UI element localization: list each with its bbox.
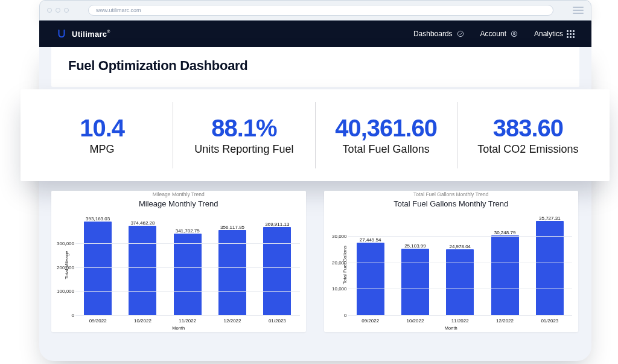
fuel-xcaption: Month (324, 325, 579, 331)
x-tick-label: 12/2022 (482, 318, 527, 324)
kpi-co2: 383.60 Total CO2 Emissions (457, 102, 599, 168)
check-circle-icon (456, 30, 465, 38)
kpi-units-reporting-value: 88.1% (211, 115, 276, 141)
mileage-bars: 393,163.03374,462.28341,702.75356,117.85… (75, 215, 300, 315)
bar-value-label: 25,103.99 (404, 243, 426, 249)
grid-line (75, 291, 300, 292)
grid-line (75, 267, 300, 268)
x-tick-label: 10/2022 (393, 318, 438, 324)
bar-column: 30,248.79 (482, 215, 527, 315)
brand-logo-icon (56, 28, 67, 39)
bar (84, 222, 112, 315)
charts-row: Mileage Monthly Trend Mileage Monthly Tr… (51, 191, 578, 332)
svg-point-2 (514, 32, 515, 34)
grid-line (348, 263, 573, 263)
x-tick-label: 11/2022 (438, 318, 482, 324)
browser-chrome: www.utilimarc.com (39, 0, 591, 21)
page-title: Fuel Optimization Dashboard (68, 58, 562, 74)
kpi-units-reporting-label: Units Reporting Fuel (194, 143, 293, 156)
bar-column: 24,978.04 (438, 215, 482, 315)
bar (401, 249, 429, 315)
address-bar[interactable]: www.utilimarc.com (88, 5, 553, 16)
fuel-xlabels: 09/202210/202211/202212/202201/2023 (348, 318, 573, 324)
fuel-chart-title-clip: Total Fuel Gallons Monthly Trend (324, 191, 579, 197)
y-tick-label: 0 (327, 313, 347, 318)
grid-line (348, 289, 573, 289)
x-tick-label: 11/2022 (165, 318, 210, 324)
kpi-total-gallons-label: Total Fuel Gallons (343, 143, 430, 156)
kpi-mpg-label: MPG (90, 143, 115, 156)
kpi-mpg-value: 10.4 (80, 115, 124, 141)
bar (357, 243, 384, 315)
bar-value-label: 24,978.04 (449, 244, 471, 249)
bar-value-label: 27,449.54 (360, 237, 381, 243)
bar-column: 374,462.28 (120, 215, 165, 315)
mileage-plot: Total Mileage 393,163.03374,462.28341,70… (75, 215, 300, 315)
kpi-co2-label: Total CO2 Emissions (477, 143, 578, 156)
y-tick-label: 0 (54, 313, 74, 318)
fuel-plot: Total Fuel Gallons 27,449.5425,103.9924,… (348, 215, 573, 315)
bar-value-label: 356,117.85 (220, 225, 244, 230)
x-tick-label: 12/2022 (210, 318, 255, 324)
kpi-total-gallons-value: 40,361.60 (335, 115, 437, 141)
kpi-mpg: 10.4 MPG (31, 102, 173, 168)
fuel-chart-card: Total Fuel Gallons Monthly Trend Total F… (324, 191, 579, 332)
x-tick-label: 01/2023 (255, 318, 299, 324)
y-tick-label: 10,000 (327, 286, 347, 292)
kpi-units-reporting: 88.1% Units Reporting Fuel (173, 102, 314, 168)
y-tick-label: 100,000 (54, 289, 74, 294)
window-controls (47, 8, 69, 13)
bar (491, 235, 519, 315)
bar-value-label: 341,702.75 (176, 228, 200, 234)
bar (263, 227, 291, 315)
y-tick-label: 30,000 (327, 233, 347, 238)
bar-column: 27,449.54 (348, 215, 393, 315)
header-nav: Dashboards Account Analytics (413, 30, 575, 38)
kpi-total-gallons: 40,361.60 Total Fuel Gallons (315, 102, 457, 168)
y-tick-label: 200,000 (54, 264, 74, 270)
bar-column: 35,727.31 (527, 215, 572, 315)
nav-dashboards[interactable]: Dashboards (413, 30, 465, 38)
brand-name: Utilimarc® (72, 30, 110, 39)
nav-analytics[interactable]: Analytics (534, 30, 575, 38)
svg-point-0 (457, 31, 463, 36)
apps-grid-icon (567, 30, 575, 38)
fuel-bars: 27,449.5425,103.9924,978.0430,248.7935,7… (348, 215, 573, 315)
bar-value-label: 35,727.31 (539, 216, 561, 221)
bar-column: 369,911.13 (255, 215, 299, 315)
browser-menu-icon[interactable] (573, 7, 584, 14)
mileage-xcaption: Month (51, 325, 306, 331)
bar (536, 221, 564, 315)
kpi-co2-value: 383.60 (493, 115, 563, 141)
bar (218, 230, 246, 315)
x-tick-label: 09/2022 (348, 318, 393, 324)
nav-dashboards-label: Dashboards (413, 30, 453, 38)
nav-account-label: Account (480, 30, 506, 38)
x-tick-label: 09/2022 (75, 318, 120, 324)
address-bar-text: www.utilimarc.com (96, 7, 141, 13)
nav-account[interactable]: Account (480, 30, 518, 38)
y-tick-label: 20,000 (327, 260, 347, 265)
mileage-xlabels: 09/202210/202211/202212/202201/2023 (75, 318, 300, 324)
grid-line (348, 236, 573, 237)
nav-analytics-label: Analytics (534, 30, 563, 38)
bar (174, 234, 202, 315)
bar (129, 226, 156, 315)
user-circle-icon (510, 30, 518, 38)
x-tick-label: 10/2022 (120, 318, 165, 324)
grid-line (75, 243, 300, 244)
kpi-strip: 10.4 MPG 88.1% Units Reporting Fuel 40,3… (21, 89, 610, 181)
brand[interactable]: Utilimarc® (56, 28, 110, 39)
bar-column: 25,103.99 (393, 215, 438, 315)
traffic-dot (56, 8, 60, 13)
grid-line (75, 315, 300, 316)
app-header: Utilimarc® Dashboards Account Analytics (39, 21, 591, 47)
bar-value-label: 393,163.03 (86, 216, 110, 222)
bar-value-label: 369,911.13 (265, 222, 289, 227)
bar-column: 393,163.03 (75, 215, 120, 315)
bar-value-label: 374,462.28 (130, 220, 154, 226)
mileage-chart-title: Mileage Monthly Trend (57, 199, 300, 208)
grid-line (348, 315, 573, 316)
bar (446, 249, 474, 315)
page-header: Fuel Optimization Dashboard (51, 47, 579, 87)
